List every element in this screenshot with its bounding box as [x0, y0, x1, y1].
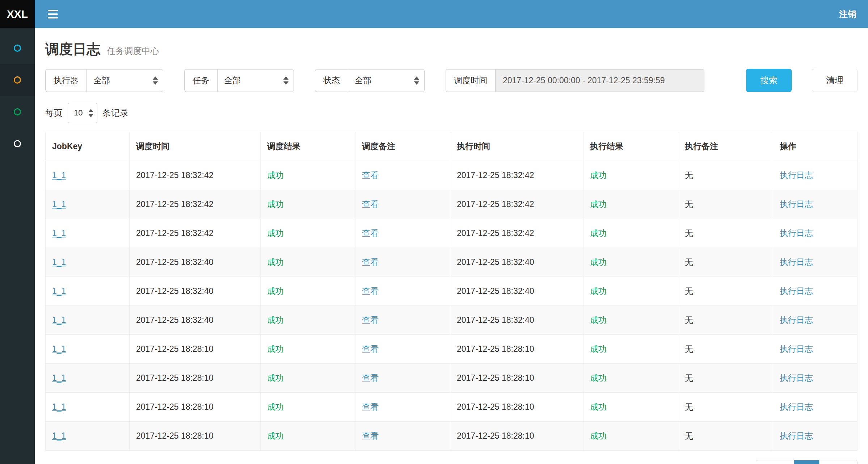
jobkey-link[interactable]: 1_1 [52, 344, 66, 354]
page-header: 调度日志 任务调度中心 [45, 28, 858, 69]
table-row: 1_1 2017-12-25 18:28:10 成功 查看 2017-12-25… [46, 335, 858, 364]
jobkey-cell: 1_1 [46, 335, 130, 364]
schedule-time-cell: 2017-12-25 18:32:40 [130, 248, 261, 277]
logout-link[interactable]: 注销 [839, 8, 856, 20]
schedule-time-cell: 2017-12-25 18:32:42 [130, 190, 261, 219]
exec-log-link[interactable]: 执行日志 [780, 402, 813, 412]
table-row: 1_1 2017-12-25 18:28:10 成功 查看 2017-12-25… [46, 422, 858, 451]
view-remark-link[interactable]: 查看 [362, 286, 379, 296]
col-header-schedule-remark: 调度备注 [355, 132, 450, 161]
table-row: 1_1 2017-12-25 18:32:40 成功 查看 2017-12-25… [46, 306, 858, 335]
hamburger-bar [48, 10, 58, 11]
page-1-button[interactable]: 1 [794, 460, 819, 464]
jobkey-link[interactable]: 1_1 [52, 199, 66, 209]
view-remark-link[interactable]: 查看 [362, 228, 379, 238]
exec-log-link[interactable]: 执行日志 [780, 257, 813, 267]
exec-time-cell: 2017-12-25 18:32:40 [450, 306, 583, 335]
exec-log-link[interactable]: 执行日志 [780, 344, 813, 354]
select-arrows-icon [88, 109, 93, 117]
view-remark-link[interactable]: 查看 [362, 315, 379, 325]
schedule-time-input[interactable] [495, 69, 704, 92]
view-remark-link[interactable]: 查看 [362, 199, 379, 209]
exec-time-cell: 2017-12-25 18:32:40 [450, 277, 583, 306]
per-page-prefix: 每页 [45, 107, 63, 119]
log-table: JobKey 调度时间 调度结果 调度备注 执行时间 执行结果 执行备注 操作 … [45, 132, 858, 451]
circle-icon [14, 45, 21, 52]
next-page-button[interactable]: 下页 [819, 460, 858, 464]
page-size-value: 10 [74, 108, 83, 118]
col-header-action: 操作 [773, 132, 858, 161]
jobkey-cell: 1_1 [46, 219, 130, 248]
jobkey-link[interactable]: 1_1 [52, 286, 66, 296]
app-logo[interactable]: XXL [0, 0, 35, 28]
job-select-value: 全部 [224, 75, 241, 86]
jobkey-cell: 1_1 [46, 248, 130, 277]
exec-remark-cell: 无 [678, 161, 773, 190]
schedule-result-cell: 成功 [261, 306, 355, 335]
exec-log-link[interactable]: 执行日志 [780, 315, 813, 325]
jobkey-cell: 1_1 [46, 422, 130, 451]
view-remark-link[interactable]: 查看 [362, 402, 379, 412]
executor-select[interactable]: 全部 [87, 69, 163, 92]
sidebar-item-3[interactable] [0, 96, 35, 128]
sidebar-toggle-icon[interactable] [46, 7, 59, 21]
jobkey-link[interactable]: 1_1 [52, 431, 66, 440]
table-row: 1_1 2017-12-25 18:28:10 成功 查看 2017-12-25… [46, 393, 858, 422]
jobkey-link[interactable]: 1_1 [52, 373, 66, 383]
jobkey-link[interactable]: 1_1 [52, 402, 66, 412]
exec-remark-cell: 无 [678, 190, 773, 219]
schedule-result-cell: 成功 [261, 161, 355, 190]
exec-time-cell: 2017-12-25 18:32:42 [450, 219, 583, 248]
jobkey-link[interactable]: 1_1 [52, 228, 66, 238]
view-remark-link[interactable]: 查看 [362, 170, 379, 180]
action-cell: 执行日志 [773, 335, 858, 364]
exec-log-link[interactable]: 执行日志 [780, 199, 813, 209]
jobkey-link[interactable]: 1_1 [52, 170, 66, 180]
job-filter-label: 任务 [184, 69, 217, 92]
sidebar-item-1[interactable] [0, 32, 35, 64]
table-row: 1_1 2017-12-25 18:28:10 成功 查看 2017-12-25… [46, 364, 858, 393]
schedule-result-cell: 成功 [261, 422, 355, 451]
exec-remark-cell: 无 [678, 422, 773, 451]
exec-remark-cell: 无 [678, 335, 773, 364]
view-remark-link[interactable]: 查看 [362, 344, 379, 354]
page-size-select[interactable]: 10 [68, 103, 97, 123]
view-remark-link[interactable]: 查看 [362, 431, 379, 440]
jobkey-link[interactable]: 1_1 [52, 315, 66, 325]
action-cell: 执行日志 [773, 393, 858, 422]
exec-result-cell: 成功 [583, 335, 678, 364]
select-arrows-icon [283, 76, 288, 85]
view-remark-link[interactable]: 查看 [362, 257, 379, 267]
col-header-exec-result: 执行结果 [583, 132, 678, 161]
col-header-schedule-result: 调度结果 [261, 132, 355, 161]
prev-page-button[interactable]: 上页 [756, 460, 794, 464]
exec-remark-cell: 无 [678, 393, 773, 422]
col-header-exec-time: 执行时间 [450, 132, 583, 161]
search-button[interactable]: 搜索 [746, 69, 792, 92]
exec-result-cell: 成功 [583, 248, 678, 277]
exec-log-link[interactable]: 执行日志 [780, 170, 813, 180]
action-cell: 执行日志 [773, 161, 858, 190]
pagination: 上页 1 下页 [756, 460, 858, 464]
exec-log-link[interactable]: 执行日志 [780, 373, 813, 383]
exec-log-link[interactable]: 执行日志 [780, 286, 813, 296]
view-remark-link[interactable]: 查看 [362, 373, 379, 383]
exec-result-cell: 成功 [583, 219, 678, 248]
sidebar-item-2-active[interactable] [0, 64, 35, 96]
sidebar-item-4[interactable] [0, 128, 35, 160]
exec-time-cell: 2017-12-25 18:32:40 [450, 248, 583, 277]
exec-remark-cell: 无 [678, 364, 773, 393]
exec-time-cell: 2017-12-25 18:28:10 [450, 393, 583, 422]
exec-log-link[interactable]: 执行日志 [780, 228, 813, 238]
jobkey-link[interactable]: 1_1 [52, 257, 66, 267]
schedule-result-cell: 成功 [261, 393, 355, 422]
action-cell: 执行日志 [773, 190, 858, 219]
job-select[interactable]: 全部 [217, 69, 294, 92]
top-navbar: XXL 注销 [0, 0, 868, 28]
navbar-main: 注销 [35, 0, 868, 28]
table-footer: 第 1 页 ( 总共 1 页，10 条记录 ) 上页 1 下页 [45, 460, 858, 464]
exec-log-link[interactable]: 执行日志 [780, 431, 813, 440]
status-select[interactable]: 全部 [348, 69, 425, 92]
clear-button[interactable]: 清理 [812, 69, 858, 92]
schedule-remark-cell: 查看 [355, 190, 450, 219]
